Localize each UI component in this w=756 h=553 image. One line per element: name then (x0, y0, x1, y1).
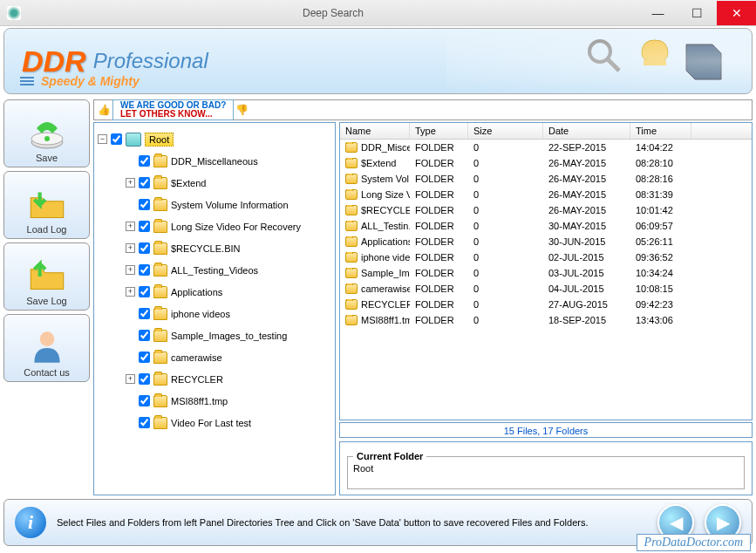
col-type[interactable]: Type (410, 123, 468, 139)
tree-item-label[interactable]: $Extend (171, 178, 206, 188)
tree-item-checkbox[interactable] (139, 417, 150, 428)
tree-item-checkbox[interactable] (139, 286, 150, 297)
table-row[interactable]: RECYCLERFOLDER027-AUG-201509:42:23 (340, 297, 752, 312)
cell-type: FOLDER (410, 205, 468, 215)
table-row[interactable]: Sample_Im...FOLDER003-JUL-201510:34:24 (340, 265, 752, 281)
table-row[interactable]: DDR_Miscel...FOLDER022-SEP-201514:04:22 (340, 140, 752, 155)
tree-collapse-icon[interactable]: − (98, 134, 107, 144)
table-row[interactable]: MSI88ff1.tmpFOLDER018-SEP-201513:43:06 (340, 312, 752, 328)
col-size[interactable]: Size (468, 123, 543, 139)
tree-item[interactable]: iphone videos (98, 303, 331, 324)
tree-item-checkbox[interactable] (139, 199, 150, 210)
minimize-button[interactable]: — (638, 1, 678, 25)
tree-expand-icon[interactable]: + (126, 287, 135, 297)
contact-us-button[interactable]: Contact us (3, 314, 90, 382)
cell-name: camerawise (361, 283, 410, 294)
tree-item[interactable]: Video For Last test (98, 412, 331, 434)
folder-icon (345, 189, 358, 200)
tree-item[interactable]: System Volume Information (98, 194, 331, 215)
table-row[interactable]: camerawiseFOLDER004-JUL-201510:08:15 (340, 281, 752, 297)
directory-tree[interactable]: − Root DDR_Miscellaneous+$ExtendSystem V… (93, 122, 336, 495)
tree-item-label[interactable]: iphone videos (171, 309, 230, 319)
maximize-button[interactable]: ☐ (678, 1, 717, 25)
tree-item-checkbox[interactable] (139, 155, 150, 167)
tree-item[interactable]: camerawise (98, 346, 331, 368)
tree-item-label[interactable]: MSI88ff1.tmp (171, 396, 228, 406)
tree-item-label[interactable]: $RECYCLE.BIN (171, 243, 240, 254)
titlebar: Deep Search — ☐ ✕ (0, 0, 756, 26)
load-log-button[interactable]: Load Log (3, 171, 90, 239)
tree-item-checkbox[interactable] (139, 264, 150, 276)
col-date[interactable]: Date (543, 123, 630, 139)
table-row[interactable]: $ExtendFOLDER026-MAY-201508:28:10 (340, 155, 752, 171)
col-name[interactable]: Name (340, 123, 410, 139)
tree-item[interactable]: +ALL_Testing_Videos (98, 259, 331, 281)
tree-item[interactable]: +$Extend (98, 172, 331, 194)
cell-date: 26-MAY-2015 (543, 189, 630, 200)
tree-item-label[interactable]: Sample_Images_to_testing (171, 331, 287, 341)
cell-date: 18-SEP-2015 (543, 315, 630, 325)
tree-item-label[interactable]: System Volume Information (171, 200, 289, 210)
tree-expand-icon[interactable]: + (126, 265, 135, 275)
tree-item-checkbox[interactable] (139, 242, 150, 254)
promo-bar[interactable]: 👍 WE ARE GOOD OR BAD? LET OTHERS KNOW...… (93, 99, 753, 120)
tree-item-checkbox[interactable] (139, 395, 150, 406)
tree-item-label[interactable]: Applications (171, 287, 222, 297)
cell-time: 09:36:52 (630, 252, 691, 263)
folder-icon (345, 158, 358, 168)
table-row[interactable]: iphone videosFOLDER002-JUL-201509:36:52 (340, 249, 752, 265)
table-row[interactable]: Long Size V...FOLDER026-MAY-201508:31:39 (340, 187, 752, 202)
tree-item[interactable]: DDR_Miscellaneous (98, 150, 331, 172)
tree-item-label[interactable]: camerawise (171, 352, 222, 363)
close-button[interactable]: ✕ (717, 1, 756, 25)
save-log-button[interactable]: Save Log (3, 242, 90, 311)
contact-label: Contact us (24, 367, 70, 378)
tree-item[interactable]: +Applications (98, 281, 331, 303)
tree-item-checkbox[interactable] (139, 221, 150, 232)
cell-size: 0 (468, 252, 543, 263)
table-row[interactable]: ALL_Testin...FOLDER030-MAY-201506:09:57 (340, 218, 752, 234)
svg-point-5 (44, 136, 50, 141)
tree-item-checkbox[interactable] (139, 373, 150, 385)
cell-type: FOLDER (410, 315, 468, 325)
table-row[interactable]: $RECYCLE....FOLDER026-MAY-201510:01:42 (340, 202, 752, 218)
tree-item[interactable]: +$RECYCLE.BIN (98, 237, 331, 259)
tree-expand-icon[interactable]: + (126, 222, 135, 231)
tree-expand-icon[interactable]: + (126, 374, 135, 384)
info-icon: i (15, 507, 46, 538)
tree-item[interactable]: Sample_Images_to_testing (98, 324, 331, 346)
tree-item-checkbox[interactable] (139, 352, 150, 363)
tree-item-label[interactable]: RECYCLER (171, 374, 223, 385)
tree-root-checkbox[interactable] (111, 133, 122, 145)
tree-item-label[interactable]: Video For Last test (171, 418, 251, 428)
table-row[interactable]: ApplicationsFOLDER030-JUN-201505:26:11 (340, 234, 752, 249)
tree-item-label[interactable]: DDR_Miscellaneous (171, 156, 258, 167)
tree-item[interactable]: MSI88ff1.tmp (98, 390, 331, 412)
tree-item-checkbox[interactable] (139, 308, 150, 319)
tree-item-label[interactable]: ALL_Testing_Videos (171, 265, 258, 276)
cell-date: 30-JUN-2015 (543, 236, 630, 247)
cell-size: 0 (468, 236, 543, 247)
svg-point-6 (39, 331, 54, 346)
cell-time: 08:31:39 (630, 189, 691, 200)
cell-size: 0 (468, 283, 543, 294)
tree-item[interactable]: +Long Size Video For Recovery (98, 215, 331, 237)
folder-icon (153, 242, 167, 255)
tree-item-label[interactable]: Long Size Video For Recovery (171, 222, 301, 232)
tree-expand-icon (126, 352, 135, 362)
cell-size: 0 (468, 174, 543, 184)
save-log-icon (25, 254, 69, 296)
tree-item[interactable]: +RECYCLER (98, 368, 331, 390)
table-row[interactable]: System Vol...FOLDER026-MAY-201508:28:16 (340, 171, 752, 187)
tree-root-label[interactable]: Root (145, 133, 174, 147)
tree-item-checkbox[interactable] (139, 177, 150, 188)
save-button[interactable]: Save (3, 99, 90, 167)
tree-expand-icon[interactable]: + (126, 243, 135, 253)
tree-expand-icon[interactable]: + (126, 178, 135, 188)
table-body[interactable]: DDR_Miscel...FOLDER022-SEP-201514:04:22$… (340, 140, 752, 420)
col-time[interactable]: Time (630, 123, 691, 139)
folder-icon (153, 177, 167, 189)
file-table: Name Type Size Date Time DDR_Miscel...FO… (339, 122, 753, 420)
folder-icon (153, 330, 167, 342)
tree-item-checkbox[interactable] (139, 330, 150, 341)
